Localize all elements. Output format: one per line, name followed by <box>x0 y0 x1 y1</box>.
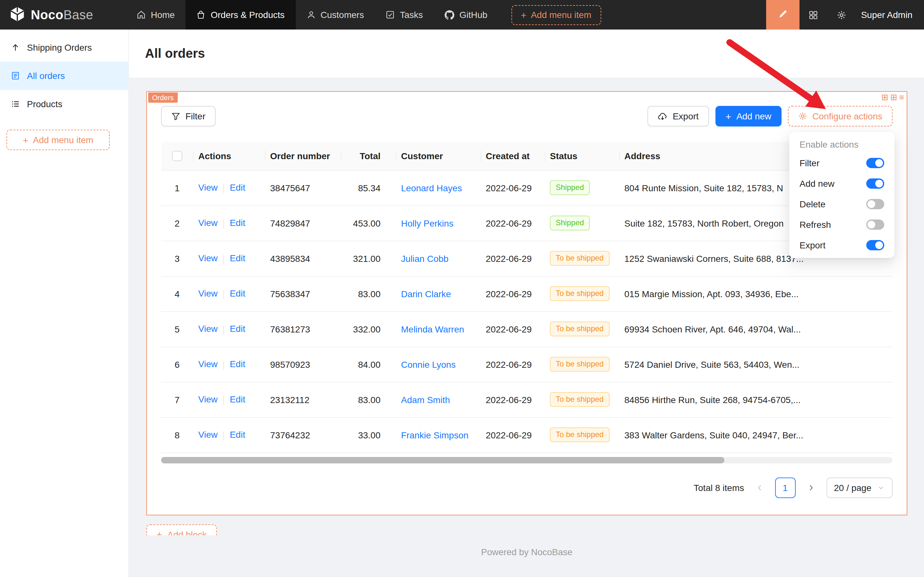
customer-link[interactable]: Darin Clarke <box>401 288 451 299</box>
nav-item-home[interactable]: Home <box>126 0 186 29</box>
next-page-button[interactable] <box>800 477 821 498</box>
order-number-cell: 76381273 <box>265 311 341 347</box>
page-number-button[interactable]: 1 <box>775 477 795 498</box>
navbar-add-menu-item-button[interactable]: + Add menu item <box>511 5 601 25</box>
column-header-actions: Actions <box>193 142 265 170</box>
logo-text-bold: Noco <box>31 7 64 21</box>
sidebar-add-menu-item-label: Add menu item <box>33 135 93 145</box>
edit-link[interactable]: Edit <box>230 253 245 263</box>
sidebar-add-menu-item-button[interactable]: + Add menu item <box>6 130 110 150</box>
block-menu-icon[interactable]: ≡ <box>899 93 904 102</box>
page-size-select[interactable]: 20 / page <box>826 477 893 498</box>
customer-link[interactable]: Holly Perkins <box>401 218 453 228</box>
toggle-switch[interactable] <box>866 158 884 168</box>
enable-action-export[interactable]: Export <box>792 235 892 255</box>
sidebar-item-shipping-orders[interactable]: Shipping Orders <box>0 33 128 61</box>
horizontal-scrollbar-thumb[interactable] <box>161 457 724 463</box>
toggle-switch[interactable] <box>866 179 884 189</box>
toggle-switch[interactable] <box>866 240 884 250</box>
add-block-button[interactable]: + Add block <box>146 524 217 535</box>
status-badge: To be shipped <box>550 322 609 336</box>
order-number-cell: 43895834 <box>265 241 341 276</box>
sidebar: Shipping OrdersAll ordersProducts + Add … <box>0 29 129 577</box>
settings-gear-icon[interactable] <box>828 0 856 29</box>
view-link[interactable]: View <box>198 288 217 299</box>
created-at-cell: 2022-06-29 <box>481 347 545 382</box>
add-block-icon[interactable]: ⊞ <box>890 93 897 102</box>
view-link[interactable]: View <box>198 218 217 228</box>
edit-link[interactable]: Edit <box>230 324 245 334</box>
configure-actions-button[interactable]: Configure actions <box>788 106 893 126</box>
edit-link[interactable]: Edit <box>230 430 245 440</box>
table-toolbar: Filter Export + Add new <box>161 92 893 126</box>
plus-icon: + <box>521 10 526 19</box>
horizontal-scrollbar-track[interactable] <box>161 457 893 463</box>
navbar-add-menu-item-label: Add menu item <box>531 10 591 20</box>
edit-link[interactable]: Edit <box>230 288 245 299</box>
export-button[interactable]: Export <box>648 106 709 126</box>
customer-link[interactable]: Frankie Simpson <box>401 430 468 440</box>
column-header-order-number: Order number <box>265 142 341 170</box>
customer-link[interactable]: Melinda Warren <box>401 324 464 334</box>
logo-cube-icon <box>9 5 26 24</box>
enable-action-delete[interactable]: Delete <box>792 194 892 214</box>
nav-item-tasks[interactable]: Tasks <box>375 0 434 29</box>
view-link[interactable]: View <box>198 359 217 369</box>
previous-page-button[interactable] <box>749 477 769 498</box>
column-header-created-at: Created at <box>481 142 545 170</box>
ui-editor-button[interactable] <box>766 0 800 29</box>
view-link[interactable]: View <box>198 253 217 263</box>
created-at-cell: 2022-06-29 <box>481 241 545 276</box>
row-index: 7 <box>161 382 193 417</box>
created-at-cell: 2022-06-29 <box>481 382 545 417</box>
add-column-icon[interactable]: ⊞ <box>881 93 889 102</box>
page-title: All orders <box>145 46 205 61</box>
orders-table-icon <box>11 71 20 80</box>
enable-action-refresh[interactable]: Refresh <box>792 214 892 235</box>
navbar-right-cluster: Super Admin <box>766 0 924 29</box>
toggle-switch[interactable] <box>866 199 884 209</box>
customers-icon <box>306 10 316 19</box>
nav-item-github[interactable]: GitHub <box>434 0 498 29</box>
sidebar-item-products[interactable]: Products <box>0 90 128 118</box>
add-new-button[interactable]: + Add new <box>715 106 782 126</box>
total-cell: 83.00 <box>341 276 396 311</box>
divider <box>223 325 224 334</box>
table-row: 4ViewEdit7563834783.00Darin Clarke2022-0… <box>161 276 893 311</box>
user-menu[interactable]: Super Admin <box>856 10 924 20</box>
customer-link[interactable]: Julian Cobb <box>401 253 449 263</box>
address-cell: 84856 Hirthe Run, Suite 268, 94754-6705,… <box>619 382 893 417</box>
nav-item-orders-products[interactable]: Orders & Products <box>186 0 296 29</box>
edit-link[interactable]: Edit <box>230 395 245 405</box>
edit-link[interactable]: Edit <box>230 218 245 228</box>
enable-action-add-new[interactable]: Add new <box>792 173 892 194</box>
add-block-clipped-region: + Add block <box>146 524 231 535</box>
plus-icon: + <box>23 135 29 145</box>
customer-link[interactable]: Adam Smith <box>401 395 450 405</box>
row-index: 3 <box>161 241 193 276</box>
toggle-switch[interactable] <box>866 219 884 230</box>
filter-button[interactable]: Filter <box>161 106 216 126</box>
edit-link[interactable]: Edit <box>230 182 245 193</box>
total-cell: 321.00 <box>341 241 396 276</box>
row-index: 8 <box>161 417 193 453</box>
view-link[interactable]: View <box>198 324 217 334</box>
view-link[interactable]: View <box>198 182 217 193</box>
order-number-cell: 73764232 <box>265 417 341 453</box>
page-header: All orders <box>129 29 924 78</box>
total-cell: 453.00 <box>341 205 396 241</box>
sidebar-menu: Shipping OrdersAll ordersProducts <box>0 33 128 118</box>
plugin-manager-icon[interactable] <box>800 0 828 29</box>
select-all-checkbox[interactable] <box>172 151 182 161</box>
nocobase-logo[interactable]: NocoBase <box>0 0 126 29</box>
view-link[interactable]: View <box>198 395 217 405</box>
sidebar-item-all-orders[interactable]: All orders <box>0 61 128 90</box>
enable-action-filter[interactable]: Filter <box>792 153 892 173</box>
nav-item-customers[interactable]: Customers <box>296 0 375 29</box>
view-link[interactable]: View <box>198 430 217 440</box>
edit-link[interactable]: Edit <box>230 359 245 369</box>
customer-link[interactable]: Leonard Hayes <box>401 182 462 193</box>
home-icon <box>137 10 146 19</box>
table-row: 6ViewEdit9857092384.00Connie Lyons2022-0… <box>161 347 893 382</box>
customer-link[interactable]: Connie Lyons <box>401 359 456 369</box>
